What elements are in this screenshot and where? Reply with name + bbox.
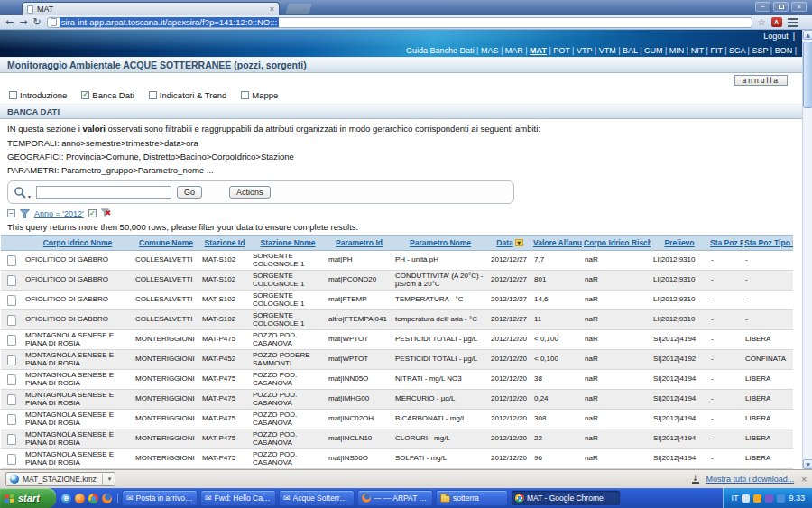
nav-link-sca[interactable]: SCA [729, 46, 745, 55]
window-minimize-button[interactable]: − [755, 2, 770, 12]
browser-tab[interactable]: MAT × [22, 2, 280, 15]
cell-data: 2012/12/27 [488, 251, 531, 271]
chrome-menu-icon[interactable] [788, 18, 798, 27]
row-detail-icon[interactable] [7, 275, 16, 286]
scroll-down-button[interactable]: ▼ [803, 459, 812, 469]
tray-icon-4[interactable] [777, 494, 785, 503]
nav-link-mat[interactable]: MAT [530, 46, 547, 55]
column-header-stazione-nome[interactable]: Stazione Nome [250, 236, 326, 251]
taskbar-button-arpat-agenzi[interactable]: — — ARPAT - Agenzi... [357, 490, 433, 506]
remove-filter-icon[interactable]: ✖ [101, 208, 109, 218]
annulla-button[interactable]: annulla [734, 75, 788, 86]
nav-link-min[interactable]: MIN [669, 46, 685, 55]
nav-link-bon[interactable]: BON [775, 46, 793, 55]
tray-icon-2[interactable] [753, 494, 761, 503]
tray-icon-3[interactable] [765, 494, 773, 503]
view-tab-banca-dati[interactable]: ✓Banca Dati [81, 90, 134, 100]
cell-falda: LIBERA [743, 429, 793, 449]
view-tab-indicatori-trend[interactable]: Indicatori & Trend [149, 90, 226, 100]
collapse-filters-button[interactable]: − [7, 209, 15, 217]
nav-link-ssp[interactable]: SSP [752, 46, 768, 55]
row-detail-icon[interactable] [7, 394, 16, 405]
row-detail-icon[interactable] [7, 414, 16, 425]
download-item-menu-icon[interactable]: ▾ [108, 476, 112, 483]
column-header-corpo-idrico-rischio[interactable]: Corpo Idrico Rischio [582, 236, 651, 251]
nav-link-fit[interactable]: FIT [710, 46, 722, 55]
pdf-extension-icon[interactable]: A [771, 17, 782, 27]
scrollbar-thumb[interactable] [803, 42, 812, 108]
scroll-up-button[interactable]: ▲ [803, 30, 812, 40]
actions-button[interactable]: Actions [229, 186, 271, 199]
column-header-comune-nome[interactable]: Comune Nome [133, 236, 199, 251]
filter-enabled-checkbox[interactable]: ✓ [88, 209, 97, 217]
internet-explorer-icon[interactable]: e [61, 494, 71, 503]
column-header-sta-poz-tipo-falda[interactable]: Sta Poz Tipo Falda [743, 236, 793, 251]
taskbar-button-sotterra[interactable]: sotterra [436, 490, 508, 506]
forward-button[interactable]: → [19, 17, 27, 28]
column-header-data[interactable]: Data▼ [488, 236, 531, 251]
taskbar-button-mat-google-chrome[interactable]: MAT - Google Chrome [511, 490, 621, 506]
row-detail-icon[interactable] [7, 434, 16, 445]
address-bar[interactable]: sira-int-app.arpat.toscana.it/apexsira/f… [47, 17, 752, 28]
taskbar-button-acque-sotterranee-s[interactable]: ✉Acque Sotterranee s... [279, 490, 355, 506]
url-text[interactable]: sira-int-app.arpat.toscana.it/apexsira/f… [60, 17, 279, 27]
row-detail-icon[interactable] [7, 374, 16, 385]
row-detail-icon[interactable] [7, 454, 16, 465]
taskbar-button-posta-in-arrivo-carlo[interactable]: ✉Posta in arrivo - Carlo... [122, 490, 198, 506]
logout-link[interactable]: Logout [763, 32, 789, 41]
download-bar-close-icon[interactable]: × [801, 475, 807, 485]
column-header-parametro-nome[interactable]: Parametro Nome [392, 236, 488, 251]
row-detail-icon[interactable] [7, 315, 16, 326]
search-input[interactable] [36, 186, 171, 199]
row-detail-icon[interactable] [7, 335, 16, 346]
view-tab-introduzione[interactable]: Introduzione [9, 90, 67, 100]
show-all-downloads-link[interactable]: Mostra tutti i download... [706, 475, 795, 484]
column-header-corpo-idrico-nome[interactable]: Corpo Idrico Nome [23, 236, 133, 251]
nav-link-nit[interactable]: NIT [691, 46, 704, 55]
nav-link-guida-banche-dati[interactable]: Guida Banche Dati [406, 46, 475, 55]
nav-link-cum[interactable]: CUM [644, 46, 663, 55]
filter-link[interactable]: Anno = '2012' [34, 209, 84, 218]
reload-button[interactable]: ↻ [32, 17, 41, 28]
sort-desc-icon[interactable]: ▼ [515, 239, 523, 246]
checkbox-introduzione[interactable] [9, 91, 17, 99]
taskbar-button-fwd-hello-carlotta-al[interactable]: ✉Fwd: Hello Carlotta Al... [200, 490, 276, 506]
row-detail-icon[interactable] [7, 355, 16, 365]
quick-launch-icon-2[interactable] [75, 494, 85, 503]
download-item[interactable]: MAT_STAZIONE.kmz ▾ [5, 472, 115, 486]
column-header-valore-alfanum[interactable]: Valore Alfanum [531, 236, 582, 251]
tab-close-icon[interactable]: × [270, 5, 274, 14]
firefox-quick-launch-icon[interactable] [102, 494, 112, 503]
back-button[interactable]: ← [5, 17, 14, 28]
nav-link-vtm[interactable]: VTM [599, 46, 616, 55]
nav-link-mar[interactable]: MAR [505, 46, 523, 55]
go-button[interactable]: Go [177, 186, 202, 199]
checkbox-banca-dati[interactable]: ✓ [81, 91, 89, 99]
nav-link-bal[interactable]: BAL [623, 46, 638, 55]
start-button[interactable]: start [0, 488, 56, 508]
checkbox-indicatori-trend[interactable] [149, 91, 157, 99]
column-header-prelievo[interactable]: Prelievo [651, 236, 708, 251]
row-detail-icon[interactable] [7, 255, 16, 266]
vertical-scrollbar[interactable]: ▲ ▼ [802, 30, 812, 469]
search-column-selector[interactable]: ▾ [14, 186, 31, 199]
column-header-sta-poz-prof-m[interactable]: Sta Poz Prof M [708, 236, 743, 251]
view-tab-mappe[interactable]: Mappe [241, 90, 278, 100]
window-restore-button[interactable] [773, 2, 789, 12]
keyboard-language-indicator[interactable]: IT [731, 494, 738, 503]
tray-icon-1[interactable] [742, 494, 750, 503]
nav-link-pot[interactable]: POT [553, 46, 569, 55]
row-detail-icon[interactable] [7, 295, 16, 306]
window-close-button[interactable]: × [791, 2, 807, 12]
nav-link-vtp[interactable]: VTP [577, 46, 592, 55]
column-header-stazione-id[interactable]: Stazione Id [199, 236, 250, 251]
nav-link-mas[interactable]: MAS [481, 46, 499, 55]
cell-rischio: naR [582, 449, 651, 469]
cell-param_id: mat|INCLN10 [326, 429, 392, 449]
new-tab-button[interactable] [285, 4, 312, 14]
column-header-parametro-id[interactable]: Parametro Id [326, 236, 392, 251]
bookmark-star-icon[interactable]: ☆ [758, 17, 766, 27]
chrome-quick-launch-icon[interactable] [88, 494, 98, 503]
cell-corpo: MONTAGNOLA SENESE E PIANA DI ROSIA [23, 330, 133, 350]
checkbox-mappe[interactable] [241, 91, 249, 99]
